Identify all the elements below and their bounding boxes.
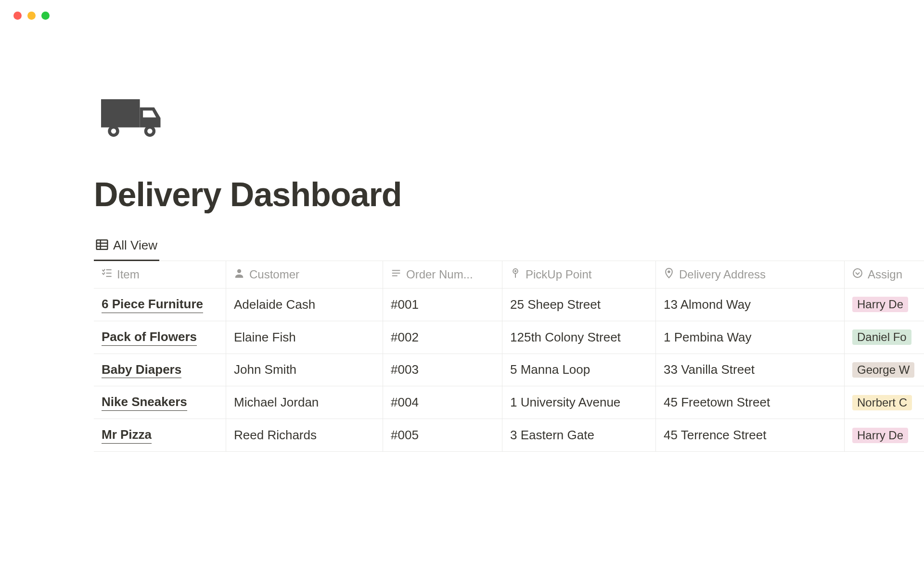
window-controls — [0, 0, 924, 31]
column-label: PickUp Point — [526, 268, 591, 281]
svg-point-13 — [237, 269, 241, 273]
column-header-assign[interactable]: Assign — [845, 261, 924, 288]
table-cell[interactable]: Mr Pizza — [94, 419, 226, 451]
svg-rect-0 — [101, 99, 140, 128]
table-cell[interactable]: 3 Eastern Gate — [502, 419, 656, 451]
table-cell[interactable]: George W — [845, 354, 924, 386]
truck-icon — [101, 94, 164, 142]
table-cell[interactable]: 45 Terrence Street — [656, 419, 845, 451]
window-minimize-button[interactable] — [27, 12, 36, 20]
table-cell[interactable]: Harry De — [845, 419, 924, 451]
table-cell[interactable]: Harry De — [845, 289, 924, 321]
item-name-link[interactable]: Nike Sneakers — [102, 394, 187, 411]
table-cell[interactable]: Michael Jordan — [226, 386, 383, 419]
table-cell[interactable]: Pack of Flowers — [94, 321, 226, 354]
column-header-item[interactable]: Item — [94, 261, 226, 288]
view-tabs: All View — [94, 238, 924, 261]
table-body: 6 Piece FurnitureAdelaide Cash#00125 She… — [94, 289, 924, 452]
svg-rect-6 — [97, 240, 108, 250]
table-cell[interactable]: Elaine Fish — [226, 321, 383, 354]
data-table: Item Customer — [94, 261, 924, 452]
table-cell[interactable]: Daniel Fo — [845, 321, 924, 354]
assign-tag[interactable]: George W — [852, 362, 914, 378]
assign-tag[interactable]: Harry De — [852, 297, 908, 312]
table-cell[interactable]: #004 — [383, 386, 502, 419]
table-row[interactable]: Baby DiapersJohn Smith#0035 Manna Loop33… — [94, 354, 924, 387]
table-cell[interactable]: Baby Diapers — [94, 354, 226, 386]
table-cell[interactable]: Nike Sneakers — [94, 386, 226, 419]
table-row[interactable]: 6 Piece FurnitureAdelaide Cash#00125 She… — [94, 289, 924, 321]
item-name-link[interactable]: 6 Piece Furniture — [102, 296, 203, 313]
item-name-link[interactable]: Pack of Flowers — [102, 329, 197, 346]
pin-icon — [510, 268, 521, 281]
table-cell[interactable]: 1 University Avenue — [502, 386, 656, 419]
window-close-button[interactable] — [13, 12, 22, 20]
column-header-pickup[interactable]: PickUp Point — [502, 261, 656, 288]
table-cell[interactable]: 125th Colony Street — [502, 321, 656, 354]
column-header-delivery[interactable]: Delivery Address — [656, 261, 845, 288]
svg-point-18 — [514, 270, 516, 272]
table-row[interactable]: Mr PizzaReed Richards#0053 Eastern Gate4… — [94, 419, 924, 452]
column-label: Delivery Address — [679, 268, 766, 281]
svg-point-20 — [667, 271, 670, 274]
table-row[interactable]: Nike SneakersMichael Jordan#0041 Univers… — [94, 386, 924, 419]
assign-tag[interactable]: Daniel Fo — [852, 329, 911, 345]
view-tab-label: All View — [113, 238, 157, 253]
table-cell[interactable]: 1 Pembina Way — [656, 321, 845, 354]
checklist-icon — [102, 268, 112, 281]
table-cell[interactable]: #005 — [383, 419, 502, 451]
table-cell[interactable]: #003 — [383, 354, 502, 386]
svg-point-21 — [853, 269, 862, 277]
table-header: Item Customer — [94, 261, 924, 289]
table-cell[interactable]: Norbert C — [845, 386, 924, 419]
page-title[interactable]: Delivery Dashboard — [94, 175, 924, 214]
column-label: Item — [117, 268, 140, 281]
column-header-customer[interactable]: Customer — [226, 261, 383, 288]
table-cell[interactable]: #002 — [383, 321, 502, 354]
item-name-link[interactable]: Mr Pizza — [102, 427, 152, 444]
table-cell[interactable]: 45 Freetown Street — [656, 386, 845, 419]
table-cell[interactable]: 25 Sheep Street — [502, 289, 656, 321]
column-label: Assign — [868, 268, 902, 281]
dropdown-circle-icon — [852, 268, 863, 281]
page-icon-truck[interactable] — [101, 94, 924, 144]
column-header-order[interactable]: Order Num... — [383, 261, 502, 288]
table-icon — [96, 238, 108, 253]
table-cell[interactable]: John Smith — [226, 354, 383, 386]
lines-icon — [391, 268, 401, 281]
table-cell[interactable]: Adelaide Cash — [226, 289, 383, 321]
window-maximize-button[interactable] — [41, 12, 50, 20]
table-cell[interactable]: 13 Almond Way — [656, 289, 845, 321]
assign-tag[interactable]: Norbert C — [852, 395, 912, 410]
table-row[interactable]: Pack of FlowersElaine Fish#002125th Colo… — [94, 321, 924, 354]
table-cell[interactable]: 33 Vanilla Street — [656, 354, 845, 386]
person-icon — [234, 268, 244, 281]
view-tab-all[interactable]: All View — [94, 238, 159, 261]
page-content: Delivery Dashboard All View — [0, 31, 924, 452]
table-cell[interactable]: 5 Manna Loop — [502, 354, 656, 386]
location-icon — [664, 268, 674, 281]
column-label: Customer — [249, 268, 299, 281]
column-label: Order Num... — [406, 268, 473, 281]
item-name-link[interactable]: Baby Diapers — [102, 362, 181, 379]
assign-tag[interactable]: Harry De — [852, 428, 908, 443]
svg-point-5 — [147, 129, 152, 133]
table-cell[interactable]: 6 Piece Furniture — [94, 289, 226, 321]
table-cell[interactable]: #001 — [383, 289, 502, 321]
svg-point-3 — [111, 129, 116, 133]
table-cell[interactable]: Reed Richards — [226, 419, 383, 451]
